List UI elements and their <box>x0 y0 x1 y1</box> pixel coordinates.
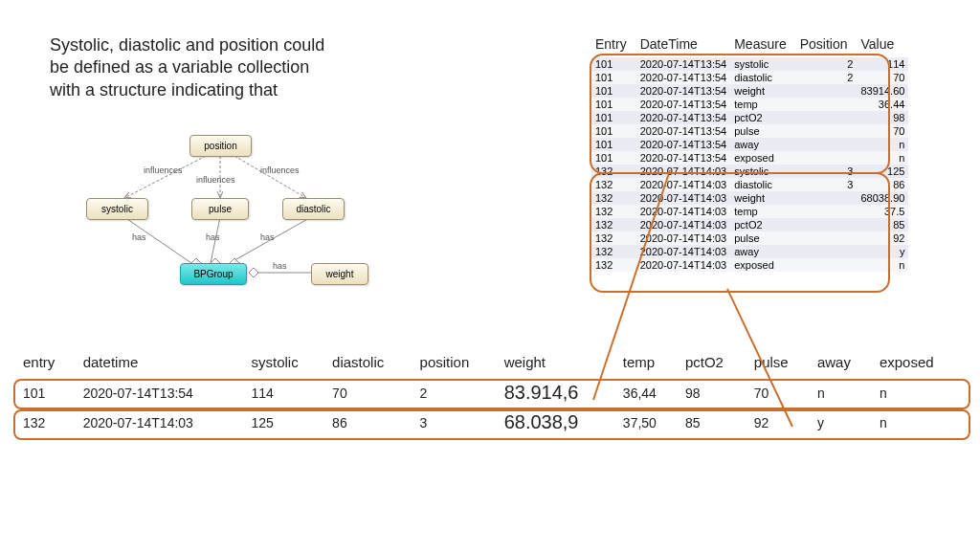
wide-cell: 2 <box>414 378 499 408</box>
long-cell: temp <box>730 98 795 111</box>
long-table: Entry DateTime Measure Position Value 10… <box>591 34 908 272</box>
long-cell: 2020-07-14T14:03 <box>636 205 731 218</box>
long-cell: 125 <box>857 165 908 178</box>
long-cell <box>796 191 858 205</box>
wide-cell: 2020-07-14T14:03 <box>78 408 246 437</box>
long-cell: 101 <box>591 57 636 71</box>
long-cell: 2020-07-14T14:03 <box>636 178 731 191</box>
edge-label-has: has <box>273 261 287 271</box>
long-cell: pulse <box>730 231 795 245</box>
long-cell <box>796 218 858 231</box>
wide-cell: 70 <box>748 378 812 408</box>
wide-row: 1322020-07-14T14:0312586368.038,937,5085… <box>17 408 965 437</box>
long-cell: pctO2 <box>730 218 795 231</box>
long-cell: 132 <box>591 218 636 231</box>
wide-th: datetime <box>78 354 246 378</box>
long-cell: 2020-07-14T13:54 <box>636 111 731 124</box>
wide-cell: 132 <box>17 408 78 437</box>
long-cell: 92 <box>857 231 908 245</box>
annotation-text: Systolic, diastolic and position could b… <box>50 34 324 101</box>
node-diastolic: diastolic <box>282 198 345 220</box>
long-cell: 2 <box>796 57 858 71</box>
long-cell: 2020-07-14T14:03 <box>636 231 731 245</box>
long-row: 1012020-07-14T13:54pctO298 <box>591 111 908 124</box>
long-cell: 132 <box>591 205 636 218</box>
long-cell: pulse <box>730 124 795 138</box>
long-row: 1322020-07-14T14:03pulse92 <box>591 231 908 245</box>
wide-cell: 114 <box>246 378 327 408</box>
long-cell: 2020-07-14T14:03 <box>636 245 731 258</box>
long-cell: away <box>730 245 795 258</box>
long-cell: 132 <box>591 178 636 191</box>
long-th-entry: Entry <box>591 34 636 57</box>
long-cell: 2020-07-14T13:54 <box>636 71 731 84</box>
long-cell: 101 <box>591 98 636 111</box>
long-cell: 2020-07-14T13:54 <box>636 57 731 71</box>
svg-marker-10 <box>249 268 258 277</box>
wide-th: exposed <box>874 354 965 378</box>
long-cell: systolic <box>730 57 795 71</box>
wide-table: entrydatetimesystolicdiastolicpositionwe… <box>17 354 965 437</box>
wide-th: systolic <box>246 354 327 378</box>
edge-label-influences: influences <box>144 165 183 175</box>
long-cell: n <box>857 151 908 165</box>
long-cell: diastolic <box>730 178 795 191</box>
long-cell: pctO2 <box>730 111 795 124</box>
long-cell: 86 <box>857 178 908 191</box>
node-weight: weight <box>311 263 368 285</box>
long-cell: 132 <box>591 191 636 205</box>
wide-th: pctO2 <box>679 354 748 378</box>
wide-cell: 86 <box>326 408 414 437</box>
wide-th: diastolic <box>326 354 414 378</box>
long-row: 1322020-07-14T14:03weight68038.90 <box>591 191 908 205</box>
long-cell: n <box>857 258 908 272</box>
long-cell: 101 <box>591 71 636 84</box>
long-cell: away <box>730 138 795 151</box>
wide-th: position <box>414 354 499 378</box>
edge-label-influences: influences <box>260 165 300 175</box>
long-cell: diastolic <box>730 71 795 84</box>
long-cell: 132 <box>591 245 636 258</box>
wide-row: 1012020-07-14T13:5411470283.914,636,4498… <box>17 378 965 408</box>
long-cell: 101 <box>591 84 636 98</box>
wide-th: entry <box>17 354 78 378</box>
long-row: 1012020-07-14T13:54systolic2114 <box>591 57 908 71</box>
wide-cell: n <box>874 408 965 437</box>
wide-cell: 70 <box>326 378 414 408</box>
node-systolic: systolic <box>86 198 148 220</box>
wide-cell: 83.914,6 <box>499 378 617 408</box>
long-cell <box>796 138 858 151</box>
svg-line-2 <box>234 156 306 198</box>
wide-cell: 98 <box>679 378 748 408</box>
wide-cell: 3 <box>414 408 499 437</box>
wide-th: weight <box>499 354 617 378</box>
node-pulse: pulse <box>191 198 249 220</box>
long-cell <box>796 98 858 111</box>
long-cell: 83914.60 <box>857 84 908 98</box>
wide-cell: 36,44 <box>617 378 679 408</box>
long-row: 1322020-07-14T14:03diastolic386 <box>591 178 908 191</box>
long-cell: 68038.90 <box>857 191 908 205</box>
long-cell: 36.44 <box>857 98 908 111</box>
long-cell: y <box>857 245 908 258</box>
edge-label-has: has <box>206 232 220 242</box>
long-cell: 2020-07-14T14:03 <box>636 191 731 205</box>
long-row: 1322020-07-14T14:03exposedn <box>591 258 908 272</box>
long-th-datetime: DateTime <box>636 34 731 57</box>
long-th-measure: Measure <box>730 34 795 57</box>
long-cell: 101 <box>591 124 636 138</box>
long-cell <box>796 245 858 258</box>
long-cell: 114 <box>857 57 908 71</box>
wide-cell: 85 <box>679 408 748 437</box>
long-cell: 3 <box>796 178 858 191</box>
long-th-value: Value <box>857 34 908 57</box>
long-cell <box>796 124 858 138</box>
long-cell <box>796 151 858 165</box>
long-row: 1322020-07-14T14:03awayy <box>591 245 908 258</box>
long-cell: 2020-07-14T13:54 <box>636 124 731 138</box>
wide-cell: n <box>812 378 874 408</box>
long-row: 1322020-07-14T14:03systolic3125 <box>591 165 908 178</box>
wide-cell: 2020-07-14T13:54 <box>78 378 246 408</box>
long-row: 1012020-07-14T13:54awayn <box>591 138 908 151</box>
wide-cell: n <box>874 378 965 408</box>
